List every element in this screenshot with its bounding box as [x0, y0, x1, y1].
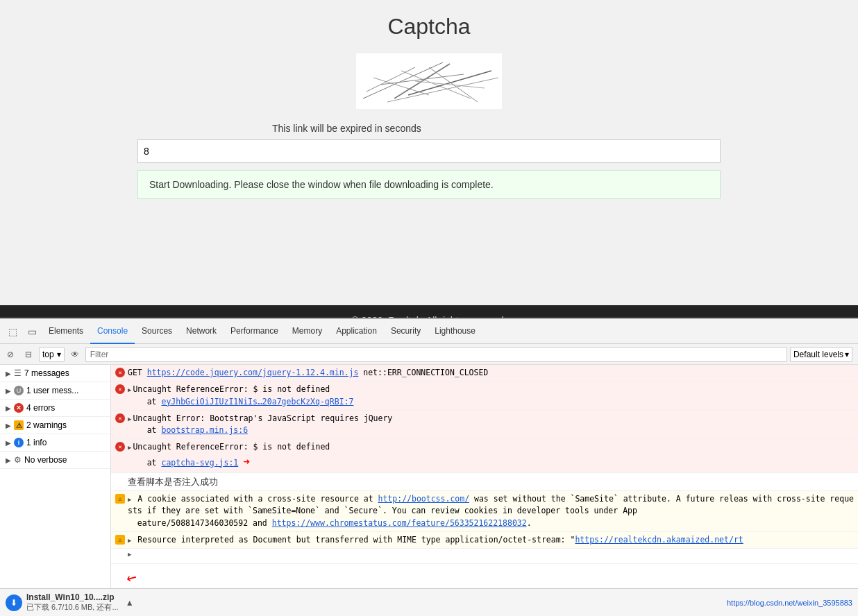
page-title: Captcha — [387, 14, 470, 40]
tab-sources[interactable]: Sources — [135, 319, 179, 344]
console-message-1: ✕ GET https://code.jquery.com/jquery-1.1… — [111, 365, 858, 382]
console-message-warning-1: ⚠ ▶ A cookie associated with a cross-sit… — [111, 491, 858, 532]
sidebar-verbose-label: No verbose — [24, 455, 67, 465]
tab-memory[interactable]: Memory — [285, 319, 329, 344]
console-message-text-3: ▶Uncaught Error: Bootstrap's JavaScript … — [128, 413, 854, 437]
download-message-text: Start Downloading. Please close the wind… — [149, 179, 494, 190]
sidebar-item-info[interactable]: ▶ i 1 info — [0, 434, 110, 452]
expand-triangle-w2[interactable]: ▶ — [128, 537, 131, 544]
download-url[interactable]: https://blog.csdn.net/weixin_3595883 — [727, 599, 852, 607]
download-message: Start Downloading. Please close the wind… — [137, 170, 721, 199]
sidebar-item-verbose[interactable]: ▶ ⚙ No verbose — [0, 452, 110, 469]
tab-console[interactable]: Console — [90, 319, 135, 344]
bottom-red-arrow: ↙ — [124, 565, 142, 587]
console-message-4: ✕ ▶Uncaught ReferenceError: $ is not def… — [111, 439, 858, 472]
context-dropdown-icon: ▾ — [57, 350, 61, 359]
sidebar-info-label: 1 info — [26, 438, 47, 447]
sidebar-errors-label: 4 errors — [26, 403, 55, 413]
console-content: ▶ ☰ 7 messages ▶ U 1 user mess... ▶ ✕ 4 … — [0, 365, 858, 616]
device-icon[interactable]: ▭ — [22, 322, 42, 341]
console-filter-toggle[interactable]: ⊟ — [21, 347, 36, 362]
default-levels-selector[interactable]: Default levels ▾ — [790, 347, 852, 362]
error-msg-icon-2: ✕ — [115, 384, 125, 394]
expand-triangle-last[interactable]: ▶ — [128, 551, 131, 558]
console-message-warning-text-2: ▶ Resource interpreted as Document but t… — [128, 534, 854, 546]
clear-console-button[interactable]: ⊘ — [3, 347, 18, 362]
error3-link[interactable]: bootstrap.min.js:6 — [161, 425, 248, 435]
sidebar-item-user-messages[interactable]: ▶ U 1 user mess... — [0, 382, 110, 400]
console-message-warning-2: ⚠ ▶ Resource interpreted as Document but… — [111, 532, 858, 549]
console-message-2: ✕ ▶Uncaught ReferenceError: $ is not def… — [111, 382, 858, 411]
page-area: Captcha This link will be expired in sec… — [0, 0, 858, 305]
tab-elements[interactable]: Elements — [42, 319, 90, 344]
expand-arrow-verbose: ▶ — [6, 456, 11, 464]
tab-performance[interactable]: Performance — [224, 319, 285, 344]
context-selector[interactable]: top ▾ — [39, 347, 65, 362]
warning-msg-icon-2: ⚠ — [115, 535, 125, 545]
sidebar-messages-label: 7 messages — [24, 368, 69, 378]
sidebar-item-warnings[interactable]: ▶ ⚠ 2 warnings — [0, 417, 110, 434]
expand-triangle-3[interactable]: ▶ — [128, 416, 131, 422]
tab-security[interactable]: Security — [384, 319, 428, 344]
svg-line-0 — [367, 67, 415, 92]
captcha-image — [356, 53, 502, 109]
error-msg-icon-4: ✕ — [115, 442, 125, 452]
svg-line-5 — [408, 71, 491, 95]
error-msg-icon-1: ✕ — [115, 368, 125, 377]
expand-triangle-w1[interactable]: ▶ — [128, 496, 131, 503]
svg-line-1 — [373, 78, 429, 95]
download-item: ⬇ Install_Win10_10....zip 已下载 6.7/10.6 M… — [6, 592, 137, 613]
console-message-expand: ▶ — [111, 549, 858, 564]
expand-triangle-2[interactable]: ▶ — [128, 386, 131, 393]
console-message-text-2: ▶Uncaught ReferenceError: $ is not defin… — [128, 384, 854, 408]
tab-network[interactable]: Network — [179, 319, 224, 344]
devtools-panel: ⬚ ▭ Elements Console Sources Network Per… — [0, 318, 858, 616]
default-levels-label: Default levels — [793, 350, 843, 359]
tab-application[interactable]: Application — [329, 319, 384, 344]
console-message-chinese: 查看脚本是否注入成功 — [111, 473, 858, 492]
bottom-arrow-row: ↙ — [111, 564, 858, 589]
expand-triangle-4[interactable]: ▶ — [128, 444, 131, 451]
expand-arrow-warnings: ▶ — [6, 422, 11, 429]
download-filename: Install_Win10_10....zip — [26, 592, 119, 602]
download-chevron-button[interactable]: ▲ — [123, 596, 137, 610]
console-message-text-1: GET https://code.jquery.com/jquery-1.12.… — [128, 367, 854, 379]
error4-link[interactable]: captcha-svg.js:1 — [161, 458, 238, 468]
error2-link[interactable]: eyJhbGciOiJIUzI1NiIs…20a7gebcKzXq-qRBI:7 — [161, 397, 353, 407]
warning-icon: ⚠ — [14, 420, 24, 430]
console-message-warning-text-1: ▶ A cookie associated with a cross-site … — [128, 493, 854, 529]
error-icon: ✕ — [14, 403, 24, 413]
sidebar-warnings-label: 2 warnings — [26, 420, 67, 430]
eye-icon[interactable]: 👁 — [67, 347, 83, 362]
context-value: top — [42, 350, 54, 359]
bootcss-link[interactable]: http://bootcss.com/ — [378, 494, 470, 504]
console-sidebar: ▶ ☰ 7 messages ▶ U 1 user mess... ▶ ✕ 4 … — [0, 365, 111, 616]
expand-arrow-info: ▶ — [6, 439, 11, 447]
captcha-svg — [360, 57, 498, 105]
user-icon: U — [14, 386, 24, 395]
tab-lighthouse[interactable]: Lighthouse — [428, 319, 482, 344]
console-toolbar: ⊘ ⊟ top ▾ 👁 Default levels ▾ — [0, 344, 858, 365]
sidebar-item-errors[interactable]: ▶ ✕ 4 errors — [0, 400, 110, 417]
chromestatus-link[interactable]: https://www.chromestatus.com/feature/563… — [272, 518, 527, 528]
devtools-tabs: ⬚ ▭ Elements Console Sources Network Per… — [0, 319, 858, 344]
gear-icon: ⚙ — [14, 455, 22, 465]
console-messages: ✕ GET https://code.jquery.com/jquery-1.1… — [111, 365, 858, 616]
download-info: Install_Win10_10....zip 已下载 6.7/10.6 MB,… — [26, 592, 119, 613]
warning-msg-icon-1: ⚠ — [115, 494, 125, 504]
levels-dropdown-icon: ▾ — [845, 350, 849, 359]
download-status: 已下载 6.7/10.6 MB, 还有... — [26, 602, 119, 613]
expire-label: This link will be expired in seconds — [272, 123, 421, 134]
list-icon: ☰ — [14, 368, 22, 378]
chinese-note-text: 查看脚本是否注入成功 — [128, 475, 854, 489]
jquery-link[interactable]: https://code.jquery.com/jquery-1.12.4.mi… — [147, 368, 359, 377]
expand-arrow-user: ▶ — [6, 387, 11, 395]
expire-input[interactable]: 8 — [137, 139, 721, 163]
filter-input[interactable] — [85, 347, 787, 362]
sidebar-item-messages[interactable]: ▶ ☰ 7 messages — [0, 365, 110, 382]
cursor-icon[interactable]: ⬚ — [3, 322, 22, 341]
expand-arrow-errors: ▶ — [6, 404, 11, 412]
realtek-link[interactable]: https://realtekcdn.akamaized.net/rt — [575, 535, 743, 545]
red-arrow-annotation: ➜ — [243, 455, 250, 468]
info-icon: i — [14, 438, 24, 447]
